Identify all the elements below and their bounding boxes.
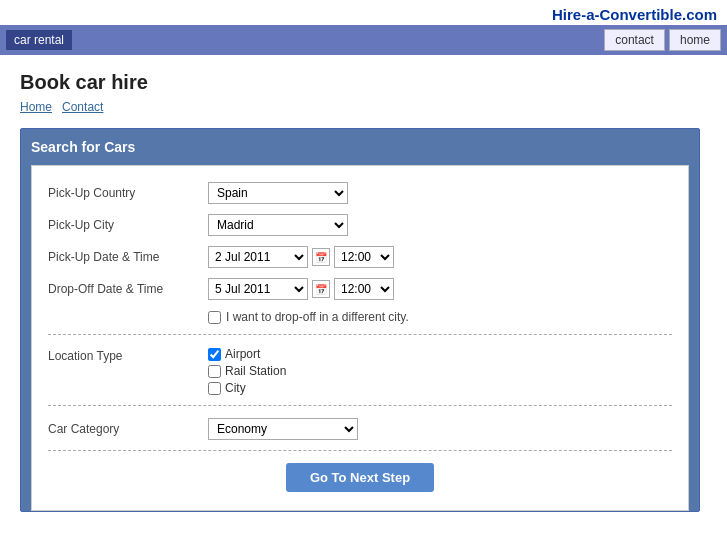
breadcrumb: Home Contact — [20, 100, 700, 114]
dropoff-datetime-control: 5 Jul 2011 📅 12:00 08:00 09:00 14:00 — [208, 278, 394, 300]
search-box: Search for Cars Pick-Up Country Spain Fr… — [20, 128, 700, 512]
location-type-row: Location Type Airport Rail Station City — [48, 347, 672, 395]
submit-row: Go To Next Step — [48, 450, 672, 498]
location-options: Airport Rail Station City — [208, 347, 286, 395]
city-checkbox[interactable] — [208, 382, 221, 395]
rail-station-label: Rail Station — [225, 364, 286, 378]
pickup-country-control: Spain France Germany Italy — [208, 182, 348, 204]
pickup-calendar-icon[interactable]: 📅 — [312, 248, 330, 266]
form-area: Pick-Up Country Spain France Germany Ita… — [31, 165, 689, 511]
location-option-airport: Airport — [208, 347, 286, 361]
dropoff-time-select[interactable]: 12:00 08:00 09:00 14:00 — [334, 278, 394, 300]
airport-label: Airport — [225, 347, 260, 361]
top-bar: Hire-a-Convertible.com — [0, 0, 727, 25]
pickup-country-row: Pick-Up Country Spain France Germany Ita… — [48, 182, 672, 204]
location-option-city: City — [208, 381, 286, 395]
dropoff-calendar-icon[interactable]: 📅 — [312, 280, 330, 298]
different-city-row: I want to drop-off in a different city. — [208, 310, 672, 324]
breadcrumb-contact[interactable]: Contact — [62, 100, 103, 114]
pickup-country-label: Pick-Up Country — [48, 186, 208, 200]
location-option-rail: Rail Station — [208, 364, 286, 378]
pickup-date-select[interactable]: 2 Jul 2011 — [208, 246, 308, 268]
contact-button[interactable]: contact — [604, 29, 665, 51]
dropoff-datetime-row: Drop-Off Date & Time 5 Jul 2011 📅 12:00 … — [48, 278, 672, 300]
divider-1 — [48, 334, 672, 335]
pickup-datetime-row: Pick-Up Date & Time 2 Jul 2011 📅 12:00 0… — [48, 246, 672, 268]
pickup-city-label: Pick-Up City — [48, 218, 208, 232]
go-next-step-button[interactable]: Go To Next Step — [286, 463, 434, 492]
city-label: City — [225, 381, 246, 395]
divider-2 — [48, 405, 672, 406]
different-city-label: I want to drop-off in a different city. — [226, 310, 409, 324]
rail-station-checkbox[interactable] — [208, 365, 221, 378]
page-title: Book car hire — [20, 71, 700, 94]
pickup-country-select[interactable]: Spain France Germany Italy — [208, 182, 348, 204]
airport-checkbox[interactable] — [208, 348, 221, 361]
nav-bar: car rental contact home — [0, 25, 727, 55]
page-content: Book car hire Home Contact Search for Ca… — [0, 55, 720, 528]
nav-right: contact home — [604, 29, 721, 51]
car-rental-tab[interactable]: car rental — [6, 30, 72, 50]
car-category-select[interactable]: Economy Compact Mid-size Luxury SUV — [208, 418, 358, 440]
pickup-datetime-control: 2 Jul 2011 📅 12:00 08:00 09:00 10:00 14:… — [208, 246, 394, 268]
pickup-city-row: Pick-Up City Madrid Barcelona Seville — [48, 214, 672, 236]
site-title: Hire-a-Convertible.com — [552, 6, 717, 23]
car-category-label: Car Category — [48, 422, 208, 436]
location-type-label: Location Type — [48, 347, 208, 363]
dropoff-date-select[interactable]: 5 Jul 2011 — [208, 278, 308, 300]
dropoff-datetime-label: Drop-Off Date & Time — [48, 282, 208, 296]
pickup-city-select[interactable]: Madrid Barcelona Seville — [208, 214, 348, 236]
pickup-datetime-label: Pick-Up Date & Time — [48, 250, 208, 264]
pickup-time-select[interactable]: 12:00 08:00 09:00 10:00 14:00 — [334, 246, 394, 268]
home-button[interactable]: home — [669, 29, 721, 51]
search-box-title: Search for Cars — [31, 139, 689, 155]
nav-left: car rental — [6, 30, 72, 50]
different-city-checkbox[interactable] — [208, 311, 221, 324]
car-category-row: Car Category Economy Compact Mid-size Lu… — [48, 418, 672, 440]
breadcrumb-home[interactable]: Home — [20, 100, 52, 114]
pickup-city-control: Madrid Barcelona Seville — [208, 214, 348, 236]
